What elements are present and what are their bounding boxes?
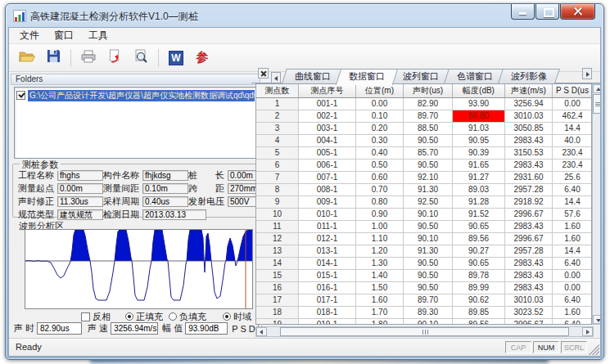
table-row[interactable]: 7007-10.6092.1091.272931.6025.6 bbox=[256, 172, 591, 184]
table-cell[interactable]: 003-1 bbox=[299, 123, 356, 135]
table-cell[interactable]: 2983.43 bbox=[505, 270, 553, 282]
column-header[interactable]: 测点数 bbox=[256, 84, 299, 98]
sound-speed-field[interactable]: 3256.94m/s bbox=[111, 322, 158, 335]
table-cell[interactable]: 89.78 bbox=[453, 270, 505, 282]
menu-item[interactable]: 工具 bbox=[81, 27, 115, 44]
hscroll-thumb[interactable] bbox=[280, 327, 569, 336]
table-cell[interactable]: 91.30 bbox=[404, 184, 453, 196]
table-cell[interactable]: 0.50 bbox=[356, 160, 404, 172]
table-cell[interactable]: 6.40 bbox=[553, 294, 592, 307]
open-file-button[interactable] bbox=[16, 47, 38, 69]
table-cell[interactable]: 1.70 bbox=[356, 307, 404, 319]
table-cell[interactable]: 90.50 bbox=[404, 258, 453, 270]
table-cell[interactable]: 012-1 bbox=[299, 233, 356, 245]
table-cell[interactable]: 88.50 bbox=[404, 123, 453, 135]
table-cell[interactable]: 90.65 bbox=[453, 258, 505, 270]
table-row[interactable]: 19019-11.8090.1089.562996.676.40 bbox=[256, 319, 591, 325]
table-cell[interactable]: 90.95 bbox=[453, 135, 505, 147]
amplitude-field[interactable]: 93.90dB bbox=[185, 322, 228, 335]
scroll-up-icon[interactable] bbox=[593, 84, 601, 93]
table-row[interactable]: 11011-11.0090.5090.652983.431.60 bbox=[256, 221, 591, 233]
table-cell[interactable]: 004-1 bbox=[299, 135, 356, 147]
table-cell[interactable]: 0.00 bbox=[553, 270, 592, 282]
table-cell[interactable]: 89.70 bbox=[404, 110, 453, 123]
table-cell[interactable]: 90.10 bbox=[404, 209, 453, 221]
tab[interactable]: 波列窗口 bbox=[392, 69, 450, 83]
sound-time-field[interactable]: 82.90us bbox=[37, 322, 82, 335]
table-cell[interactable]: 90.65 bbox=[453, 221, 505, 233]
table-cell[interactable]: 2931.60 bbox=[505, 172, 553, 184]
tab[interactable]: 数据窗口 bbox=[338, 69, 395, 83]
table-cell[interactable]: 40.0 bbox=[553, 135, 592, 147]
table-cell[interactable]: 12 bbox=[256, 233, 299, 245]
table-row[interactable]: 3003-10.2088.5091.033050.8514.4 bbox=[256, 123, 591, 135]
table-cell[interactable]: 3010.03 bbox=[505, 294, 553, 307]
table-cell[interactable]: 0.00 bbox=[553, 282, 592, 294]
table-cell[interactable]: 0.90 bbox=[356, 209, 404, 221]
table-cell[interactable]: 0.80 bbox=[356, 196, 404, 209]
table-cell[interactable]: 90.10 bbox=[404, 233, 453, 245]
print-preview-button[interactable] bbox=[129, 47, 152, 69]
tab[interactable]: 色谱窗口 bbox=[446, 69, 504, 83]
table-cell[interactable]: 25.6 bbox=[553, 172, 592, 184]
maximize-button[interactable] bbox=[535, 4, 559, 20]
time-domain-radio[interactable]: 时域 bbox=[223, 311, 251, 323]
table-cell[interactable]: 1.00 bbox=[356, 221, 404, 233]
table-cell[interactable]: 019-1 bbox=[299, 319, 356, 325]
table-row[interactable]: 9009-10.8092.5091.282918.9214.4 bbox=[256, 196, 591, 209]
column-header[interactable]: 声时(us) bbox=[404, 84, 453, 98]
table-cell[interactable]: 89.99 bbox=[453, 282, 505, 294]
menu-item[interactable]: 窗口 bbox=[47, 27, 81, 44]
table-row[interactable]: 2002-10.1089.7086.803010.03462.4 bbox=[256, 110, 591, 123]
table-row[interactable]: 13013-11.2091.3090.272957.2814.4 bbox=[256, 245, 591, 258]
table-cell[interactable]: 017-1 bbox=[299, 294, 356, 307]
folders-tree[interactable]: G:\公司产品设计开发\超声仪器\超声仪实地检测数据调试qd\qd03\qd03… bbox=[14, 87, 257, 159]
table-cell[interactable]: 2983.43 bbox=[505, 160, 553, 172]
table-cell[interactable]: 6 bbox=[256, 160, 299, 172]
table-cell[interactable]: 18 bbox=[256, 307, 299, 319]
table-cell[interactable]: 1.30 bbox=[356, 258, 404, 270]
column-header[interactable]: 幅度(dB) bbox=[453, 84, 505, 98]
table-cell[interactable]: 0.30 bbox=[356, 135, 404, 147]
table-cell[interactable]: 90.50 bbox=[404, 221, 453, 233]
negative-fill-radio[interactable]: 负填充 bbox=[169, 311, 206, 323]
table-cell[interactable]: 2918.92 bbox=[505, 196, 553, 209]
table-cell[interactable]: 1 bbox=[256, 98, 299, 110]
table-cell[interactable]: 0.00 bbox=[356, 98, 404, 110]
table-cell[interactable]: 014-1 bbox=[299, 258, 356, 270]
minimize-button[interactable] bbox=[511, 4, 535, 20]
table-cell[interactable]: 2996.67 bbox=[505, 319, 553, 325]
table-cell[interactable]: 010-1 bbox=[299, 209, 356, 221]
vscroll-thumb[interactable] bbox=[593, 94, 601, 114]
table-cell[interactable]: 13 bbox=[256, 245, 299, 258]
table-row[interactable]: 4004-10.3090.5090.952983.4340.0 bbox=[256, 135, 591, 147]
table-cell[interactable]: 2983.43 bbox=[505, 258, 553, 270]
table-cell[interactable]: 2 bbox=[256, 110, 299, 123]
table-cell[interactable]: 1.50 bbox=[356, 282, 404, 294]
table-row[interactable]: 10010-10.9090.1091.522996.6757.6 bbox=[256, 209, 591, 221]
table-cell[interactable]: 3010.03 bbox=[505, 110, 553, 123]
table-cell[interactable]: 1.10 bbox=[356, 233, 404, 245]
table-cell[interactable]: 015-1 bbox=[299, 270, 356, 282]
table-cell[interactable]: 2957.28 bbox=[505, 184, 553, 196]
table-cell[interactable]: 82.90 bbox=[404, 98, 453, 110]
table-cell[interactable]: 90.62 bbox=[453, 294, 505, 307]
table-cell[interactable]: 93.90 bbox=[453, 98, 505, 110]
table-cell[interactable]: 2983.43 bbox=[505, 221, 553, 233]
invert-checkbox[interactable]: 反相 bbox=[81, 311, 111, 323]
table-cell[interactable]: 1.60 bbox=[356, 294, 404, 307]
table-cell[interactable]: 91.65 bbox=[453, 160, 505, 172]
column-header[interactable]: 位置(m) bbox=[356, 84, 404, 98]
table-cell[interactable]: 90.50 bbox=[404, 282, 453, 294]
export-button[interactable] bbox=[103, 47, 126, 69]
table-cell[interactable]: 230.4 bbox=[553, 160, 592, 172]
save-button[interactable] bbox=[42, 47, 65, 69]
table-cell[interactable]: 91.28 bbox=[453, 196, 505, 209]
table-cell[interactable]: 2983.43 bbox=[505, 135, 553, 147]
positive-fill-radio[interactable]: 正填充 bbox=[125, 311, 163, 323]
table-cell[interactable]: 1.20 bbox=[356, 245, 404, 258]
table-cell[interactable]: 6.40 bbox=[553, 184, 592, 196]
table-cell[interactable]: 462.4 bbox=[553, 110, 592, 123]
table-cell[interactable]: 2996.67 bbox=[505, 233, 553, 245]
table-row[interactable]: 16016-11.5090.5089.992983.430.00 bbox=[256, 282, 591, 294]
